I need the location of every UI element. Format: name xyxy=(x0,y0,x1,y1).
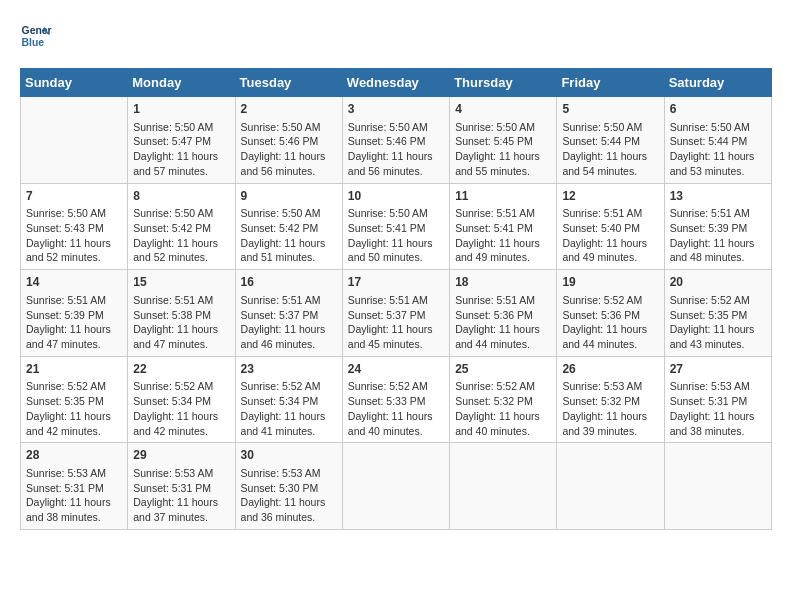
calendar-cell: 14Sunrise: 5:51 AM Sunset: 5:39 PM Dayli… xyxy=(21,270,128,357)
day-content: Sunrise: 5:52 AM Sunset: 5:33 PM Dayligh… xyxy=(348,379,444,438)
calendar-cell: 6Sunrise: 5:50 AM Sunset: 5:44 PM Daylig… xyxy=(664,97,771,184)
day-number: 7 xyxy=(26,188,122,205)
day-content: Sunrise: 5:51 AM Sunset: 5:38 PM Dayligh… xyxy=(133,293,229,352)
calendar-week-0: 1Sunrise: 5:50 AM Sunset: 5:47 PM Daylig… xyxy=(21,97,772,184)
calendar-week-1: 7Sunrise: 5:50 AM Sunset: 5:43 PM Daylig… xyxy=(21,183,772,270)
day-number: 27 xyxy=(670,361,766,378)
day-content: Sunrise: 5:51 AM Sunset: 5:36 PM Dayligh… xyxy=(455,293,551,352)
calendar-cell: 27Sunrise: 5:53 AM Sunset: 5:31 PM Dayli… xyxy=(664,356,771,443)
day-number: 9 xyxy=(241,188,337,205)
header-day-monday: Monday xyxy=(128,69,235,97)
calendar-cell: 26Sunrise: 5:53 AM Sunset: 5:32 PM Dayli… xyxy=(557,356,664,443)
day-content: Sunrise: 5:52 AM Sunset: 5:36 PM Dayligh… xyxy=(562,293,658,352)
calendar-cell xyxy=(342,443,449,530)
calendar-week-4: 28Sunrise: 5:53 AM Sunset: 5:31 PM Dayli… xyxy=(21,443,772,530)
day-content: Sunrise: 5:52 AM Sunset: 5:34 PM Dayligh… xyxy=(133,379,229,438)
day-content: Sunrise: 5:51 AM Sunset: 5:39 PM Dayligh… xyxy=(26,293,122,352)
header-day-tuesday: Tuesday xyxy=(235,69,342,97)
day-number: 4 xyxy=(455,101,551,118)
calendar-cell: 10Sunrise: 5:50 AM Sunset: 5:41 PM Dayli… xyxy=(342,183,449,270)
calendar-cell: 5Sunrise: 5:50 AM Sunset: 5:44 PM Daylig… xyxy=(557,97,664,184)
calendar-cell: 2Sunrise: 5:50 AM Sunset: 5:46 PM Daylig… xyxy=(235,97,342,184)
day-content: Sunrise: 5:50 AM Sunset: 5:44 PM Dayligh… xyxy=(670,120,766,179)
day-number: 29 xyxy=(133,447,229,464)
day-content: Sunrise: 5:50 AM Sunset: 5:43 PM Dayligh… xyxy=(26,206,122,265)
svg-text:Blue: Blue xyxy=(22,37,45,48)
calendar-cell: 17Sunrise: 5:51 AM Sunset: 5:37 PM Dayli… xyxy=(342,270,449,357)
calendar-cell: 12Sunrise: 5:51 AM Sunset: 5:40 PM Dayli… xyxy=(557,183,664,270)
day-content: Sunrise: 5:50 AM Sunset: 5:46 PM Dayligh… xyxy=(348,120,444,179)
header-day-wednesday: Wednesday xyxy=(342,69,449,97)
day-content: Sunrise: 5:53 AM Sunset: 5:31 PM Dayligh… xyxy=(670,379,766,438)
calendar-cell: 8Sunrise: 5:50 AM Sunset: 5:42 PM Daylig… xyxy=(128,183,235,270)
day-content: Sunrise: 5:52 AM Sunset: 5:35 PM Dayligh… xyxy=(670,293,766,352)
calendar-cell: 1Sunrise: 5:50 AM Sunset: 5:47 PM Daylig… xyxy=(128,97,235,184)
calendar-cell: 25Sunrise: 5:52 AM Sunset: 5:32 PM Dayli… xyxy=(450,356,557,443)
calendar-cell: 20Sunrise: 5:52 AM Sunset: 5:35 PM Dayli… xyxy=(664,270,771,357)
day-content: Sunrise: 5:50 AM Sunset: 5:46 PM Dayligh… xyxy=(241,120,337,179)
calendar-cell: 7Sunrise: 5:50 AM Sunset: 5:43 PM Daylig… xyxy=(21,183,128,270)
day-content: Sunrise: 5:52 AM Sunset: 5:34 PM Dayligh… xyxy=(241,379,337,438)
day-number: 24 xyxy=(348,361,444,378)
day-content: Sunrise: 5:53 AM Sunset: 5:31 PM Dayligh… xyxy=(26,466,122,525)
calendar-week-3: 21Sunrise: 5:52 AM Sunset: 5:35 PM Dayli… xyxy=(21,356,772,443)
day-number: 13 xyxy=(670,188,766,205)
calendar-cell: 4Sunrise: 5:50 AM Sunset: 5:45 PM Daylig… xyxy=(450,97,557,184)
day-content: Sunrise: 5:53 AM Sunset: 5:30 PM Dayligh… xyxy=(241,466,337,525)
calendar-cell xyxy=(557,443,664,530)
day-number: 30 xyxy=(241,447,337,464)
day-content: Sunrise: 5:50 AM Sunset: 5:44 PM Dayligh… xyxy=(562,120,658,179)
day-number: 11 xyxy=(455,188,551,205)
day-number: 1 xyxy=(133,101,229,118)
calendar-cell: 11Sunrise: 5:51 AM Sunset: 5:41 PM Dayli… xyxy=(450,183,557,270)
day-number: 6 xyxy=(670,101,766,118)
day-content: Sunrise: 5:51 AM Sunset: 5:39 PM Dayligh… xyxy=(670,206,766,265)
calendar-cell: 15Sunrise: 5:51 AM Sunset: 5:38 PM Dayli… xyxy=(128,270,235,357)
day-number: 20 xyxy=(670,274,766,291)
calendar-cell: 18Sunrise: 5:51 AM Sunset: 5:36 PM Dayli… xyxy=(450,270,557,357)
day-number: 25 xyxy=(455,361,551,378)
logo: General Blue xyxy=(20,20,52,52)
day-number: 19 xyxy=(562,274,658,291)
day-number: 22 xyxy=(133,361,229,378)
day-number: 2 xyxy=(241,101,337,118)
day-content: Sunrise: 5:52 AM Sunset: 5:32 PM Dayligh… xyxy=(455,379,551,438)
day-content: Sunrise: 5:51 AM Sunset: 5:37 PM Dayligh… xyxy=(241,293,337,352)
header-day-saturday: Saturday xyxy=(664,69,771,97)
header-day-thursday: Thursday xyxy=(450,69,557,97)
calendar-cell: 19Sunrise: 5:52 AM Sunset: 5:36 PM Dayli… xyxy=(557,270,664,357)
day-number: 18 xyxy=(455,274,551,291)
svg-text:General: General xyxy=(22,25,52,36)
day-number: 5 xyxy=(562,101,658,118)
day-content: Sunrise: 5:50 AM Sunset: 5:42 PM Dayligh… xyxy=(133,206,229,265)
calendar-cell: 13Sunrise: 5:51 AM Sunset: 5:39 PM Dayli… xyxy=(664,183,771,270)
day-number: 14 xyxy=(26,274,122,291)
calendar-cell: 24Sunrise: 5:52 AM Sunset: 5:33 PM Dayli… xyxy=(342,356,449,443)
day-content: Sunrise: 5:50 AM Sunset: 5:41 PM Dayligh… xyxy=(348,206,444,265)
day-number: 17 xyxy=(348,274,444,291)
day-number: 10 xyxy=(348,188,444,205)
day-content: Sunrise: 5:50 AM Sunset: 5:42 PM Dayligh… xyxy=(241,206,337,265)
day-number: 23 xyxy=(241,361,337,378)
logo-icon: General Blue xyxy=(20,20,52,52)
calendar-cell: 16Sunrise: 5:51 AM Sunset: 5:37 PM Dayli… xyxy=(235,270,342,357)
day-content: Sunrise: 5:53 AM Sunset: 5:31 PM Dayligh… xyxy=(133,466,229,525)
page-header: General Blue xyxy=(20,20,772,52)
day-content: Sunrise: 5:50 AM Sunset: 5:47 PM Dayligh… xyxy=(133,120,229,179)
day-number: 21 xyxy=(26,361,122,378)
day-content: Sunrise: 5:52 AM Sunset: 5:35 PM Dayligh… xyxy=(26,379,122,438)
day-content: Sunrise: 5:51 AM Sunset: 5:40 PM Dayligh… xyxy=(562,206,658,265)
day-number: 8 xyxy=(133,188,229,205)
day-number: 28 xyxy=(26,447,122,464)
calendar-body: 1Sunrise: 5:50 AM Sunset: 5:47 PM Daylig… xyxy=(21,97,772,530)
calendar-table: SundayMondayTuesdayWednesdayThursdayFrid… xyxy=(20,68,772,530)
day-number: 26 xyxy=(562,361,658,378)
calendar-cell: 3Sunrise: 5:50 AM Sunset: 5:46 PM Daylig… xyxy=(342,97,449,184)
calendar-header: SundayMondayTuesdayWednesdayThursdayFrid… xyxy=(21,69,772,97)
day-content: Sunrise: 5:51 AM Sunset: 5:41 PM Dayligh… xyxy=(455,206,551,265)
header-day-friday: Friday xyxy=(557,69,664,97)
day-number: 15 xyxy=(133,274,229,291)
day-number: 3 xyxy=(348,101,444,118)
day-number: 16 xyxy=(241,274,337,291)
calendar-cell xyxy=(664,443,771,530)
